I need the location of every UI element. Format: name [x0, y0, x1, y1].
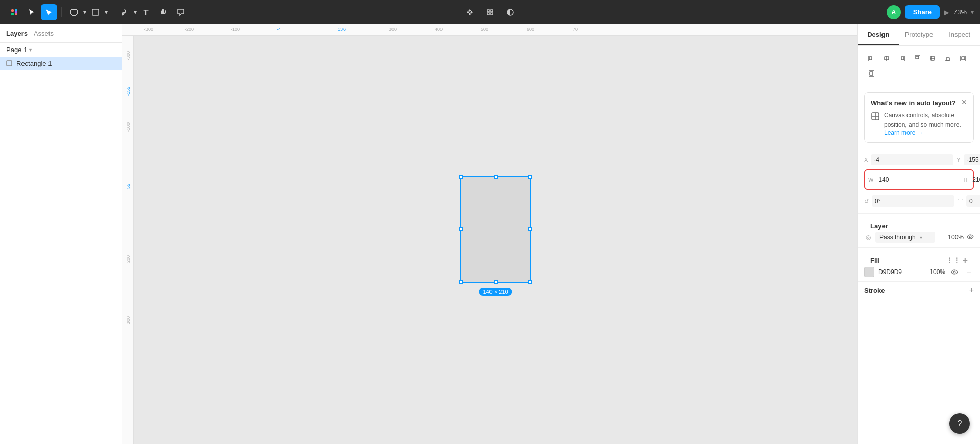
layer-visibility-toggle[interactable]: [967, 233, 974, 242]
w-input[interactable]: [876, 175, 957, 184]
page-selector[interactable]: Page 1 ▾: [0, 43, 122, 57]
canvas-rectangle[interactable]: 140 × 210: [460, 176, 531, 283]
main-layout: Layers Assets Page 1 ▾ Rectangle 1 -300 …: [0, 24, 980, 444]
align-center-h-button[interactable]: [879, 51, 894, 65]
rotation-input[interactable]: [872, 195, 954, 207]
layer-row: ◎ Pass through ▾ 100%: [864, 232, 974, 243]
stroke-section-header: Stroke +: [864, 286, 974, 295]
shape-tool-chevron[interactable]: ▾: [105, 9, 108, 16]
w-label: W: [868, 177, 873, 183]
banner-learn-more-link[interactable]: Learn more →: [884, 129, 967, 136]
position-section: X Y W H ↺: [858, 149, 980, 214]
h-input[interactable]: [970, 175, 980, 184]
assets-button[interactable]: [482, 4, 498, 20]
ruler-tick-active: 136: [338, 27, 346, 32]
canvas-area[interactable]: -300 -200 -100 -4 136 300 400 500 600 70…: [122, 24, 857, 444]
toolbar-right-group: A Share ▶ 73% ▾: [887, 5, 974, 19]
hand-tool-button[interactable]: [155, 4, 172, 20]
toolbar-divider-2: [112, 7, 112, 17]
fill-remove-button[interactable]: −: [964, 267, 974, 277]
ruler-tick: -100: [126, 122, 131, 132]
contrast-button[interactable]: [502, 4, 519, 20]
resize-handle-br[interactable]: [528, 280, 532, 284]
pen-tool-button[interactable]: [116, 4, 133, 20]
y-input[interactable]: [964, 154, 980, 165]
corner-radius-input[interactable]: [966, 195, 980, 207]
ruler-left: -300 -155 -100 55 200 300: [122, 36, 134, 444]
frame-tool-chevron[interactable]: ▾: [83, 9, 86, 16]
shape-tool-button[interactable]: [87, 4, 104, 20]
move-tool-button[interactable]: [23, 4, 40, 20]
layers-tab[interactable]: Layers: [6, 29, 28, 38]
resize-handle-bm[interactable]: [494, 280, 498, 284]
align-center-v-button[interactable]: [925, 51, 940, 65]
svg-rect-0: [11, 9, 14, 12]
layer-item-rectangle1[interactable]: Rectangle 1: [0, 57, 122, 70]
rotation-row: ↺ ⌒: [864, 194, 974, 208]
blend-mode-dropdown[interactable]: Pass through ▾: [875, 232, 935, 243]
select-tool-button[interactable]: [41, 4, 57, 20]
ruler-tick: 300: [126, 316, 131, 324]
banner-close-button[interactable]: ✕: [959, 97, 969, 107]
svg-rect-22: [962, 57, 965, 60]
banner-title: What's new in auto layout?: [871, 99, 967, 107]
layer-rectangle-icon: [6, 60, 12, 67]
distribute-h-button[interactable]: [956, 51, 970, 65]
align-left-button[interactable]: [864, 51, 878, 65]
toolbar-divider-1: [61, 7, 62, 17]
align-section: [858, 46, 980, 86]
assets-tab[interactable]: Assets: [34, 29, 54, 38]
help-button[interactable]: ?: [949, 413, 970, 434]
tab-design[interactable]: Design: [858, 24, 899, 45]
svg-point-30: [953, 271, 955, 273]
svg-point-29: [969, 236, 971, 238]
app-menu-button[interactable]: [6, 4, 22, 20]
svg-rect-7: [7, 61, 12, 66]
x-input[interactable]: [871, 154, 953, 165]
svg-rect-13: [901, 57, 904, 60]
ruler-tick-active: -155: [126, 87, 131, 96]
tab-inspect[interactable]: Inspect: [939, 24, 980, 45]
resize-handle-mr[interactable]: [528, 227, 532, 231]
distribute-v-button[interactable]: [864, 66, 878, 81]
fill-add-button[interactable]: +: [962, 256, 968, 265]
stroke-add-button[interactable]: +: [969, 286, 974, 295]
resize-handle-bl[interactable]: [459, 280, 463, 284]
stroke-section-title: Stroke: [864, 287, 885, 294]
layer-opacity-value: 100%: [938, 234, 964, 241]
layer-section-title: Layer: [870, 222, 888, 230]
svg-rect-15: [916, 56, 919, 59]
present-button[interactable]: ▶: [944, 8, 949, 16]
align-top-button[interactable]: [910, 51, 924, 65]
fill-opacity-value[interactable]: 100%: [925, 268, 945, 276]
resize-handle-tm[interactable]: [494, 175, 498, 179]
resize-handle-tr[interactable]: [528, 175, 532, 179]
resize-handle-ml[interactable]: [459, 227, 463, 231]
tab-prototype[interactable]: Prototype: [899, 24, 940, 45]
text-tool-button[interactable]: T: [138, 4, 154, 20]
ruler-tick-active: -4: [277, 27, 281, 32]
align-bottom-button[interactable]: [941, 51, 955, 65]
fill-hex-value[interactable]: D9D9D9: [878, 268, 921, 276]
svg-rect-19: [946, 58, 949, 60]
banner-autolayout-icon: [871, 112, 880, 123]
align-right-button[interactable]: [895, 51, 909, 65]
canvas-content[interactable]: 140 × 210: [134, 36, 857, 444]
pen-tools-group: ▾ T: [116, 4, 189, 20]
svg-rect-2: [11, 13, 14, 15]
frame-tool-button[interactable]: [66, 4, 82, 20]
zoom-chevron[interactable]: ▾: [971, 9, 974, 16]
pen-tool-chevron[interactable]: ▾: [134, 9, 137, 16]
right-panel-tabs: Design Prototype Inspect: [858, 24, 980, 46]
zoom-level[interactable]: 73%: [953, 8, 967, 16]
fill-color-swatch[interactable]: [864, 267, 874, 277]
fill-grid-icon[interactable]: ⋮⋮: [946, 256, 960, 264]
resize-handle-tl[interactable]: [459, 175, 463, 179]
share-button[interactable]: Share: [905, 5, 940, 19]
banner-description: Canvas controls, absolute position, and …: [884, 111, 967, 129]
fill-visibility-toggle[interactable]: [949, 267, 960, 277]
ruler-tick: -200: [185, 27, 194, 32]
components-button[interactable]: [461, 4, 478, 20]
comment-tool-button[interactable]: [173, 4, 189, 20]
ruler-tick: -300: [144, 27, 153, 32]
